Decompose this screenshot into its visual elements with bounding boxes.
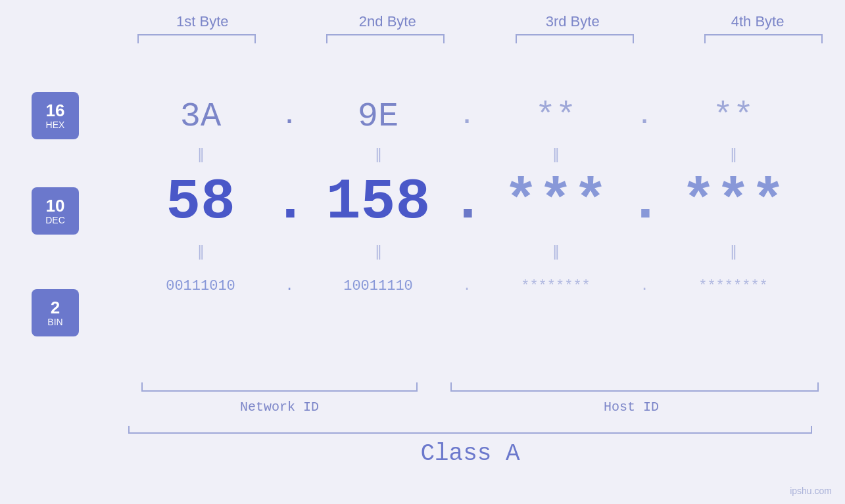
bin-dot2: . xyxy=(450,278,483,294)
dec-dot2: . xyxy=(450,173,483,231)
bracket-1 xyxy=(137,34,256,43)
host-id-label: Host ID xyxy=(431,400,832,415)
hex-dot2: . xyxy=(450,103,483,130)
id-labels-row: Network ID Host ID xyxy=(128,400,832,415)
dec-dot3: . xyxy=(628,173,661,231)
dec-row: 58 . 158 . *** . *** xyxy=(128,170,832,235)
top-brackets xyxy=(128,34,832,43)
eq1-b2: ‖ xyxy=(306,146,450,163)
byte4-header: 4th Byte xyxy=(685,13,830,30)
equals-row-2: ‖ ‖ ‖ ‖ xyxy=(128,243,832,260)
header-row: 1st Byte 2nd Byte 3rd Byte 4th Byte xyxy=(128,13,832,30)
bracket-3 xyxy=(516,34,634,43)
byte3-header: 3rd Byte xyxy=(500,13,645,30)
byte2-header: 2nd Byte xyxy=(315,13,460,30)
network-bracket xyxy=(141,382,418,392)
dec-badge-label: DEC xyxy=(45,215,65,225)
bin-b3: ******** xyxy=(483,278,628,294)
hex-row: 3A . 9E . ** . ** xyxy=(128,97,832,136)
hex-badge: 16 HEX xyxy=(32,92,79,139)
watermark: ipshu.com xyxy=(790,486,832,496)
hex-b1: 3A xyxy=(128,97,273,136)
dec-b3: *** xyxy=(483,173,628,231)
bracket-2 xyxy=(326,34,445,43)
eq1-b1: ‖ xyxy=(128,146,273,163)
host-bracket xyxy=(450,382,819,392)
hex-badge-label: HEX xyxy=(46,120,65,130)
dec-dot1: . xyxy=(273,173,306,231)
bin-row: 00111010 . 10011110 . ******** . *******… xyxy=(128,263,832,309)
outer-bracket xyxy=(128,426,812,434)
eq2-b2: ‖ xyxy=(306,243,450,260)
hex-b4: ** xyxy=(661,97,806,136)
bracket-4 xyxy=(704,34,823,43)
hex-b2: 9E xyxy=(306,97,450,136)
bin-badge-label: BIN xyxy=(47,317,62,327)
class-label: Class A xyxy=(128,440,812,467)
eq1-b3: ‖ xyxy=(483,146,628,163)
dec-badge: 10 DEC xyxy=(32,187,79,235)
dec-badge-number: 10 xyxy=(46,196,65,216)
bin-badge-number: 2 xyxy=(51,298,60,317)
dec-b2: 158 xyxy=(306,173,450,231)
main-layout: 1st Byte 2nd Byte 3rd Byte 4th Byte 16 H… xyxy=(0,0,845,504)
eq2-b1: ‖ xyxy=(128,243,273,260)
eq1-b4: ‖ xyxy=(661,146,806,163)
bin-b4: ******** xyxy=(661,278,806,294)
hex-dot1: . xyxy=(273,103,306,130)
eq2-b3: ‖ xyxy=(483,243,628,260)
bin-dot1: . xyxy=(273,278,306,294)
network-id-label: Network ID xyxy=(128,400,431,415)
hex-badge-number: 16 xyxy=(46,101,65,120)
bin-b1: 00111010 xyxy=(128,278,273,294)
bin-badge: 2 BIN xyxy=(32,289,79,336)
bottom-bracket-area xyxy=(128,382,832,396)
dec-b1: 58 xyxy=(128,173,273,231)
hex-b3: ** xyxy=(483,97,628,136)
equals-row-1: ‖ ‖ ‖ ‖ xyxy=(128,146,832,163)
bin-b2: 10011110 xyxy=(306,278,450,294)
eq2-b4: ‖ xyxy=(661,243,806,260)
dec-b4: *** xyxy=(661,173,806,231)
bin-dot3: . xyxy=(628,278,661,294)
hex-dot3: . xyxy=(628,103,661,130)
byte1-header: 1st Byte xyxy=(130,13,275,30)
